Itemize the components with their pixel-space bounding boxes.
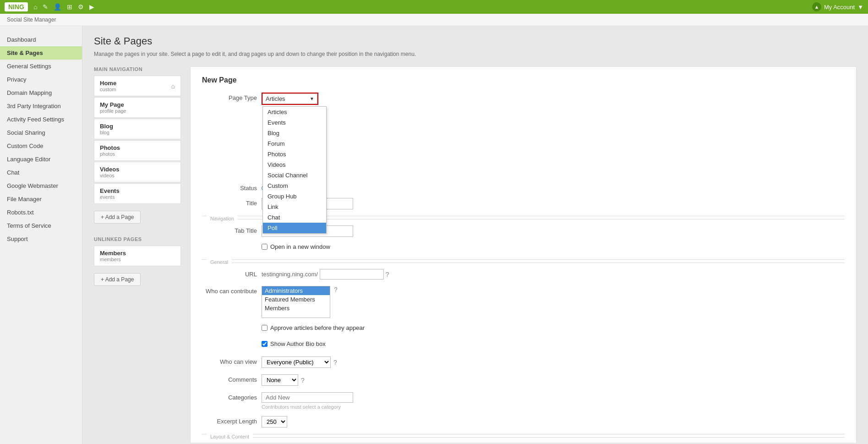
- dropdown-item-videos[interactable]: Videos: [263, 159, 326, 170]
- url-base-text: testingning.ning.com/: [262, 271, 318, 278]
- listbox-item-members[interactable]: Members: [262, 304, 330, 312]
- approve-articles-checkbox[interactable]: [262, 325, 267, 331]
- comments-help-icon[interactable]: ?: [301, 377, 305, 384]
- page-item-events-name: Events: [100, 187, 120, 194]
- add-page-button-main[interactable]: + Add a Page: [94, 211, 141, 224]
- show-author-bio-checkbox[interactable]: [262, 341, 267, 347]
- grid-nav-icon[interactable]: ⊞: [67, 3, 72, 11]
- excerpt-length-control: 250: [262, 416, 845, 428]
- sidebar-item-3rd-party[interactable]: 3rd Party Integration: [0, 99, 82, 113]
- sidebar-item-custom-code[interactable]: Custom Code: [0, 139, 82, 153]
- page-item-events[interactable]: Events events: [94, 183, 181, 204]
- comments-label: Comments: [202, 374, 257, 383]
- dropdown-item-events[interactable]: Events: [263, 117, 326, 128]
- page-item-mypage-type: profile page: [100, 108, 126, 114]
- main-nav-page-list: Home custom ⌂ My Page profile page: [94, 76, 181, 204]
- tab-title-label: Tab Title: [202, 225, 257, 234]
- page-type-select-display[interactable]: Articles ▼: [262, 93, 317, 104]
- page-item-mypage[interactable]: My Page profile page: [94, 97, 181, 118]
- dropdown-item-chat[interactable]: Chat: [263, 212, 326, 223]
- sidebar-item-robots-txt[interactable]: Robots.txt: [0, 206, 82, 219]
- layout-section-label: Layout & Content: [207, 434, 253, 439]
- who-view-select[interactable]: Everyone (Public): [262, 356, 331, 368]
- dropdown-item-group-hub[interactable]: Group Hub: [263, 191, 326, 202]
- open-new-window-option[interactable]: Open in a new window: [262, 243, 845, 250]
- page-item-home[interactable]: Home custom ⌂: [94, 76, 181, 96]
- page-item-blog-type: blog: [100, 130, 113, 135]
- dropdown-item-photos[interactable]: Photos: [263, 149, 326, 159]
- approve-articles-row: Approve articles before they appear: [202, 324, 845, 334]
- contribute-help-icon[interactable]: ?: [334, 286, 338, 293]
- sidebar-item-language-editor[interactable]: Language Editor: [0, 153, 82, 166]
- arrow-nav-icon[interactable]: ▶: [89, 3, 94, 11]
- who-contribute-listbox[interactable]: Administrators Featured Members Members: [262, 286, 330, 318]
- general-divider: General: [202, 259, 845, 265]
- who-contribute-label: Who can contribute: [202, 286, 257, 295]
- sidebar-item-activity-feed[interactable]: Activity Feed Settings: [0, 113, 82, 126]
- sidebar-item-site-pages[interactable]: Site & Pages: [0, 46, 82, 60]
- url-help-icon[interactable]: ?: [386, 271, 389, 278]
- dropdown-item-poll[interactable]: Poll: [263, 223, 326, 233]
- categories-note: Contributors must select a category: [262, 404, 845, 410]
- excerpt-length-label: Excerpt Length: [202, 416, 257, 425]
- home-nav-icon[interactable]: ⌂: [33, 3, 37, 11]
- sidebar-item-google-webmaster[interactable]: Google Webmaster: [0, 179, 82, 192]
- url-input[interactable]: [320, 269, 384, 280]
- who-view-help-icon[interactable]: ?: [333, 359, 337, 366]
- person-nav-icon[interactable]: 👤: [54, 3, 61, 11]
- listbox-item-admins[interactable]: Administrators: [262, 286, 330, 295]
- dropdown-item-forum[interactable]: Forum: [263, 138, 326, 149]
- listbox-item-featured[interactable]: Featured Members: [262, 295, 330, 304]
- who-contribute-control: Administrators Featured Members Members …: [262, 286, 845, 318]
- sidebar-item-privacy[interactable]: Privacy: [0, 73, 82, 86]
- my-account-label[interactable]: My Account: [824, 4, 855, 11]
- sidebar-item-domain-mapping[interactable]: Domain Mapping: [0, 86, 82, 99]
- page-item-videos-type: videos: [100, 173, 119, 178]
- main-content: Site & Pages Manage the pages in your si…: [82, 26, 868, 444]
- who-view-control: Everyone (Public) ?: [262, 356, 845, 368]
- sub-header: Social Site Manager: [0, 14, 868, 26]
- show-author-bio-option[interactable]: Show Author Bio box: [262, 340, 845, 347]
- show-author-bio-label: Show Author Bio box: [270, 340, 326, 347]
- approve-articles-option[interactable]: Approve articles before they appear: [262, 324, 845, 331]
- dropdown-item-link[interactable]: Link: [263, 202, 326, 212]
- dropdown-item-custom[interactable]: Custom: [263, 181, 326, 191]
- page-item-home-name: Home: [100, 80, 116, 87]
- dropdown-item-social-channel[interactable]: Social Channel: [263, 170, 326, 181]
- pencil-nav-icon[interactable]: ✎: [43, 3, 48, 11]
- sidebar-item-dashboard[interactable]: Dashboard: [0, 33, 82, 46]
- show-author-bio-row: Show Author Bio box: [202, 340, 845, 350]
- new-page-panel-title: New Page: [202, 76, 845, 84]
- page-item-members[interactable]: Members members: [94, 246, 181, 266]
- sidebar-item-general-settings[interactable]: General Settings: [0, 60, 82, 73]
- home-icon: ⌂: [171, 82, 175, 90]
- sidebar-item-file-manager[interactable]: File Manager: [0, 192, 82, 206]
- comments-select[interactable]: None: [262, 374, 298, 386]
- who-view-row: Who can view Everyone (Public) ?: [202, 356, 845, 368]
- my-account-section[interactable]: ▲ My Account ▼: [812, 2, 863, 11]
- settings-nav-icon[interactable]: ⚙: [78, 3, 84, 11]
- add-page-button-unlinked[interactable]: + Add a Page: [94, 273, 141, 286]
- page-item-videos[interactable]: Videos videos: [94, 162, 181, 182]
- sidebar-item-chat[interactable]: Chat: [0, 166, 82, 179]
- categories-input[interactable]: [262, 392, 353, 403]
- open-new-window-checkbox[interactable]: [262, 244, 267, 250]
- page-description: Manage the pages in your site. Select a …: [94, 51, 857, 57]
- excerpt-length-select[interactable]: 250: [262, 416, 287, 428]
- dropdown-item-blog[interactable]: Blog: [263, 128, 326, 138]
- main-nav-label: MAIN NAVIGATION: [94, 66, 181, 72]
- page-type-selected-value: Articles: [266, 95, 285, 102]
- approve-articles-spacer: [202, 324, 257, 326]
- unlinked-page-list: Members members: [94, 246, 181, 266]
- url-row: URL testingning.ning.com/ ?: [202, 269, 845, 280]
- layout-divider: Layout & Content: [202, 434, 845, 440]
- page-item-photos[interactable]: Photos photos: [94, 140, 181, 161]
- sidebar-item-terms-service[interactable]: Terms of Service: [0, 219, 82, 232]
- dropdown-item-articles[interactable]: Articles: [263, 107, 326, 117]
- page-item-blog[interactable]: Blog blog: [94, 119, 181, 139]
- sidebar-item-social-sharing[interactable]: Social Sharing: [0, 126, 82, 139]
- ning-logo[interactable]: NING: [5, 2, 28, 11]
- open-new-window-control: Open in a new window: [262, 243, 845, 253]
- url-label: URL: [202, 269, 257, 278]
- sidebar-item-support[interactable]: Support: [0, 232, 82, 246]
